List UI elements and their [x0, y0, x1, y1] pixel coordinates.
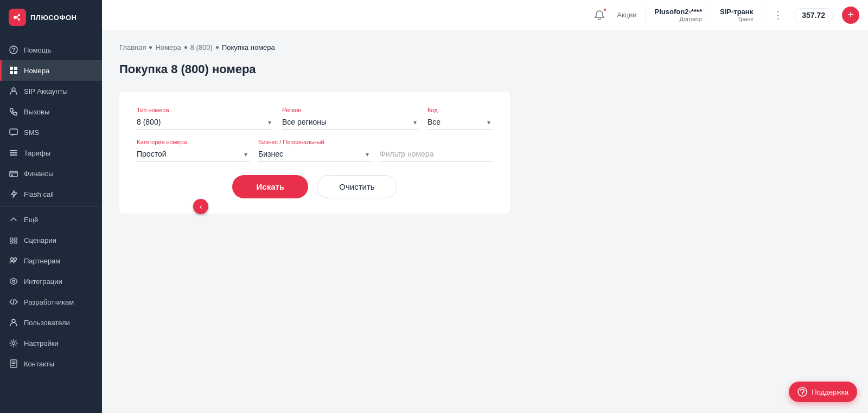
header-actions: Акции Plusofon2-**** Договор SIP-транк Т… [591, 7, 859, 24]
category-label: Категория номера [137, 139, 250, 145]
sidebar-item-calls[interactable]: Вызовы [0, 101, 102, 122]
region-select[interactable]: Все регионы Москва Санкт-Петербург [282, 114, 419, 130]
promotions-button[interactable]: Акции [617, 11, 636, 19]
sidebar-item-numbers[interactable]: Номера [0, 60, 102, 81]
purchase-form-card: Тип номера 8 (800) Городской Мобильный ▾… [119, 92, 510, 214]
developers-icon [9, 297, 18, 307]
sms-icon [9, 127, 18, 137]
svg-marker-20 [10, 278, 17, 285]
number-type-select[interactable]: 8 (800) Городской Мобильный [137, 114, 273, 130]
svg-rect-14 [10, 152, 17, 153]
region-select-wrapper: Все регионы Москва Санкт-Петербург ▾ [282, 114, 419, 130]
breadcrumb-sep-1 [149, 46, 152, 49]
calls-icon [9, 107, 18, 117]
sidebar-item-tariffs[interactable]: Тарифы [0, 143, 102, 163]
sidebar-item-help[interactable]: ? Помощь [0, 40, 102, 60]
account-info: Plusofon2-**** Договор [655, 8, 702, 22]
sidebar-item-settings[interactable]: Настройки [0, 333, 102, 353]
support-label: Поддержка [812, 388, 848, 396]
sidebar-label-developers: Разработчикам [24, 298, 74, 306]
svg-rect-10 [14, 71, 17, 74]
support-button[interactable]: Поддержка [789, 382, 857, 402]
svg-rect-8 [14, 67, 17, 70]
sidebar-label-flash-call: Flash call [24, 190, 54, 198]
category-select[interactable]: Простой Бронзовый Серебряный Золотой [137, 146, 250, 162]
svg-rect-9 [10, 71, 13, 74]
sidebar-item-partners[interactable]: Партнерам [0, 250, 102, 271]
code-group: Код Все ▾ [427, 107, 493, 130]
region-group: Регион Все регионы Москва Санкт-Петербур… [282, 107, 419, 130]
region-label: Регион [282, 107, 419, 113]
sidebar-item-scenarios[interactable]: Сценарии [0, 230, 102, 250]
svg-text:?: ? [12, 47, 15, 53]
sidebar-label-calls: Вызовы [24, 108, 49, 116]
sidebar-item-finance[interactable]: Финансы [0, 163, 102, 184]
numbers-icon [9, 66, 18, 75]
svg-point-21 [12, 280, 15, 282]
category-select-wrapper: Простой Бронзовый Серебряный Золотой ▾ [137, 146, 250, 162]
svg-rect-13 [10, 150, 17, 151]
business-select[interactable]: Бизнес Персональный [258, 146, 371, 162]
header-divider-1 [646, 7, 646, 24]
notification-badge [603, 8, 607, 12]
sidebar-item-developers[interactable]: Разработчикам [0, 292, 102, 312]
svg-point-22 [12, 319, 15, 322]
sidebar-item-users[interactable]: Пользователи [0, 312, 102, 333]
category-group: Категория номера Простой Бронзовый Сереб… [137, 139, 250, 162]
account-name: Plusofon2-**** [655, 8, 702, 16]
finance-icon [9, 169, 18, 178]
svg-rect-12 [10, 129, 17, 134]
form-row-1: Тип номера 8 (800) Городской Мобильный ▾… [137, 107, 493, 130]
breadcrumb-numbers[interactable]: Номера [155, 43, 181, 51]
breadcrumb: Главная Номера 8 (800) Покупка номера [119, 43, 851, 51]
partners-icon [9, 256, 18, 266]
sidebar-item-flash-call[interactable]: Flash call [0, 184, 102, 204]
svg-rect-16 [10, 171, 17, 177]
svg-point-23 [12, 342, 15, 345]
balance-value: 357.72 [802, 11, 825, 20]
header-divider-3 [762, 7, 762, 24]
sidebar-label-numbers: Номера [24, 67, 49, 75]
business-select-wrapper: Бизнес Персональный ▾ [258, 146, 371, 162]
sidebar-label-users: Пользователи [24, 319, 70, 327]
sidebar-item-sip[interactable]: SIP Аккаунты [0, 81, 102, 101]
sidebar-logo: ПЛЮСОФОН [0, 0, 102, 35]
sidebar-item-contacts[interactable]: Контакты [0, 353, 102, 374]
integrations-icon [9, 276, 18, 286]
breadcrumb-sep-2 [184, 46, 187, 49]
form-actions: Искать Очистить [137, 175, 493, 198]
sidebar-label-more: Ещё [24, 216, 39, 224]
business-label: Бизнес / Персональный [258, 139, 371, 145]
clear-button[interactable]: Очистить [317, 175, 397, 198]
breadcrumb-current: Покупка номера [222, 43, 275, 51]
header: Акции Plusofon2-**** Договор SIP-транк Т… [102, 0, 868, 30]
sidebar-collapse-button[interactable]: ‹ [193, 199, 208, 214]
breadcrumb-800[interactable]: 8 (800) [190, 43, 213, 51]
logo-text: ПЛЮСОФОН [30, 14, 76, 22]
sidebar-label-settings: Настройки [24, 339, 59, 347]
add-button[interactable]: + [842, 7, 859, 24]
svg-rect-7 [10, 67, 13, 70]
sidebar-item-sms[interactable]: SMS [0, 122, 102, 143]
sidebar-label-sms: SMS [24, 128, 39, 137]
sidebar-section-more[interactable]: Ещё [0, 209, 102, 230]
search-button[interactable]: Искать [232, 175, 308, 198]
sidebar-label-scenarios: Сценарии [24, 236, 56, 244]
sidebar-navigation: ? Помощь Номера [0, 35, 102, 413]
help-icon: ? [9, 45, 18, 55]
breadcrumb-sep-3 [216, 46, 219, 49]
code-select[interactable]: Все [427, 114, 493, 130]
logo-icon [9, 9, 26, 26]
filter-input[interactable] [380, 146, 493, 162]
account-sub: Договор [679, 16, 702, 22]
sidebar-label-help: Помощь [24, 46, 51, 54]
breadcrumb-home[interactable]: Главная [119, 43, 146, 51]
form-row-2: Категория номера Простой Бронзовый Сереб… [137, 139, 493, 162]
tariffs-icon [9, 148, 18, 158]
sidebar-item-integrations[interactable]: Интеграции [0, 271, 102, 292]
number-type-select-wrapper: 8 (800) Городской Мобильный ▾ [137, 114, 273, 130]
notifications-button[interactable] [591, 7, 608, 24]
sidebar-label-integrations: Интеграции [24, 278, 62, 286]
header-more-button[interactable]: ⋮ [771, 7, 785, 23]
page-title: Покупка 8 (800) номера [119, 62, 851, 76]
